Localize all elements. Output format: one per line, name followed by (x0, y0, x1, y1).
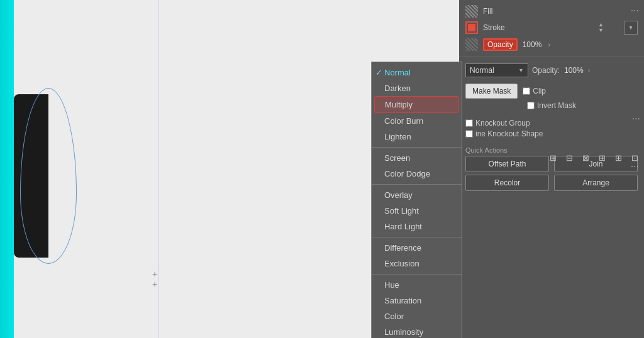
align-middle-icon[interactable]: ⊞ (611, 151, 625, 165)
stroke-menu-btn[interactable]: ▼ (624, 21, 638, 35)
recolor-button[interactable]: Recolor (465, 175, 549, 191)
knockout-shape-label: ine Knockout Shape (465, 129, 543, 138)
blend-mode-row: Normal ▼ Opacity: 100% › (459, 61, 644, 80)
blend-mode-option-hue[interactable]: Hue (372, 277, 462, 293)
opacity-expand-arrow[interactable]: › (588, 67, 590, 74)
blend-mode-option-multiply[interactable]: Multiply (374, 96, 459, 113)
action-buttons-row2: Recolor Arrange (459, 175, 644, 191)
fill-dots-menu[interactable]: ··· (631, 5, 639, 16)
blend-mode-option-exclusion[interactable]: Exclusion (372, 256, 462, 271)
invert-mask-checkbox[interactable] (527, 102, 535, 109)
blend-mode-option-color[interactable]: Color (372, 308, 462, 324)
blend-mode-option-color-dodge[interactable]: Color Dodge (372, 166, 462, 182)
blend-mode-option-lighten[interactable]: Lighten (372, 129, 462, 144)
opacity-arrow[interactable]: › (548, 41, 550, 48)
invert-mask-checkbox-label: Invert Mask (527, 101, 576, 110)
invert-mask-label: Invert Mask (537, 101, 576, 110)
canvas-left-strip (0, 0, 14, 338)
stroke-color-box[interactable] (465, 21, 478, 34)
blend-mode-option-overlay[interactable]: Overlay (372, 187, 462, 203)
blend-mode-select[interactable]: Normal ▼ (465, 63, 528, 77)
blend-mode-option-normal[interactable]: Normal (372, 65, 462, 80)
clip-checkbox[interactable] (523, 87, 530, 95)
blend-mode-option-darken[interactable]: Darken (372, 80, 462, 96)
stroke-arrows[interactable]: ▲ ▼ (598, 22, 604, 33)
opacity-header-value: 100% (564, 66, 584, 75)
dropdown-separator (372, 147, 462, 148)
panel-dots-menu-top[interactable]: ··· (632, 113, 640, 124)
blend-mode-option-saturation[interactable]: Saturation (372, 293, 462, 308)
tools-panel: ··· (632, 113, 640, 128)
blend-mode-option-luminosity[interactable]: Luminosity (372, 324, 462, 338)
stroke-label: Stroke (483, 23, 505, 32)
knockout-section: Knockout Group ine Knockout Shape (459, 116, 644, 143)
knockout-shape-text: ine Knockout Shape (475, 129, 543, 138)
invert-mask-row: Invert Mask (465, 101, 638, 110)
offset-path-button[interactable]: Offset Path (465, 156, 549, 172)
opacity-section: Opacity: 100% › (532, 66, 590, 75)
make-mask-button[interactable]: Make Mask (465, 84, 518, 99)
knockout-group-text: Knockout Group (475, 119, 530, 128)
clip-checkbox-label: Clip (523, 87, 546, 95)
panel-dots-menu-bottom[interactable]: ··· (631, 161, 639, 172)
opacity-header-label: Opacity: (532, 66, 560, 75)
blend-mode-option-color-burn[interactable]: Color Burn (372, 113, 462, 129)
crosshair: + (152, 269, 162, 279)
blend-mode-option-difference[interactable]: Difference (372, 240, 462, 256)
dropdown-separator (372, 237, 462, 237)
blend-mode-option-screen[interactable]: Screen (372, 150, 462, 166)
align-top-icon[interactable]: ⊞ (595, 151, 609, 165)
mask-row: Make Mask Clip (465, 84, 638, 99)
fill-icon[interactable] (465, 5, 478, 18)
arrange-button[interactable]: Arrange (554, 175, 638, 191)
blend-mode-option-hard-light[interactable]: Hard Light (372, 219, 462, 234)
vertical-guide-line (158, 0, 159, 338)
opacity-value: 100% (523, 40, 542, 49)
align-tools-row: ⊞ ⊟ ⊠ ⊞ ⊞ ⊡ (546, 151, 641, 165)
align-center-icon[interactable]: ⊟ (562, 151, 576, 165)
blend-mode-value: Normal (470, 66, 494, 75)
dropdown-separator (372, 184, 462, 185)
blend-mode-option-soft-light[interactable]: Soft Light (372, 203, 462, 219)
knockout-shape-checkbox[interactable] (465, 130, 473, 138)
right-panel: Fill ··· Stroke ▲ ▼ ▼ Opacity 100% › Nor… (459, 0, 644, 338)
clip-label: Clip (533, 87, 546, 95)
dropdown-separator (372, 274, 462, 275)
knockout-shape-row: ine Knockout Shape (465, 129, 638, 138)
opacity-pattern-icon (465, 38, 478, 51)
align-right-icon[interactable]: ⊠ (579, 151, 592, 165)
blend-mode-chevron: ▼ (518, 67, 524, 74)
align-left-icon[interactable]: ⊞ (546, 151, 560, 165)
knockout-group-checkbox[interactable] (465, 119, 473, 127)
mask-section: Make Mask Clip Invert Mask (459, 80, 644, 116)
knockout-group-row: Knockout Group (465, 119, 638, 128)
blend-mode-dropdown: NormalDarkenMultiplyColor BurnLightenScr… (371, 62, 462, 338)
knockout-group-label: Knockout Group (465, 119, 530, 128)
opacity-label[interactable]: Opacity (483, 38, 518, 51)
fill-label: Fill (483, 7, 492, 16)
